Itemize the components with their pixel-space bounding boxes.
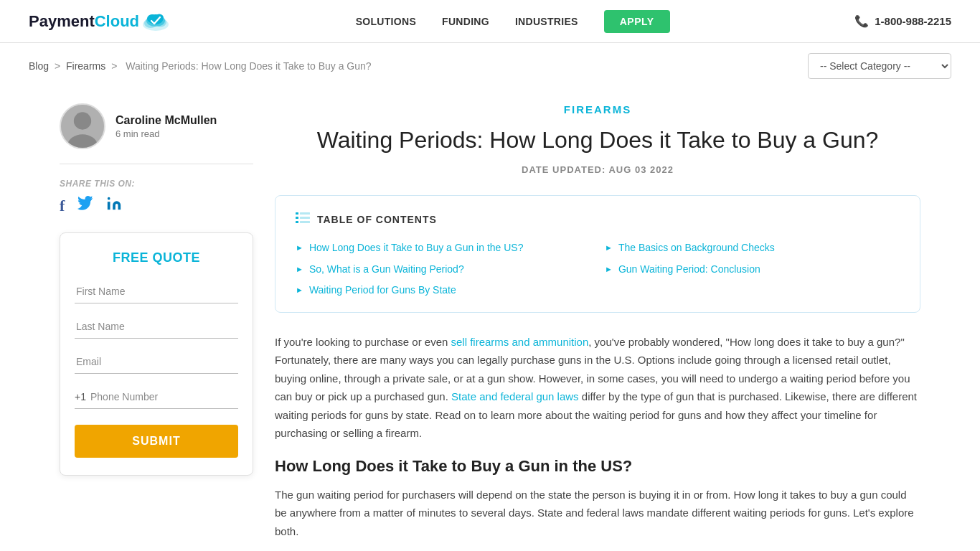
svg-rect-15 — [296, 221, 298, 223]
breadcrumb-current: Waiting Periods: How Long Does it Take t… — [126, 60, 371, 72]
toc-item-5[interactable]: ► Waiting Period for Guns By State — [296, 283, 590, 298]
breadcrumb-sep1: > — [55, 60, 63, 72]
toc-arrow-2: ► — [605, 242, 613, 253]
logo-payment-text: Payment — [29, 12, 95, 31]
email-input[interactable] — [75, 350, 238, 374]
toc-link-4[interactable]: Gun Waiting Period: Conclusion — [618, 263, 760, 277]
section-heading-1: How Long Does it Take to Buy a Gun in th… — [275, 457, 920, 476]
breadcrumb-bar: Blog > Firearms > Waiting Periods: How L… — [0, 43, 980, 89]
apply-button[interactable]: APPLY — [604, 10, 670, 33]
category-select[interactable]: -- Select Category -- Firearms Payments … — [808, 53, 951, 79]
toc-header: TABLE OF CONTENTS — [296, 210, 900, 228]
submit-button[interactable]: SUBMIT — [75, 425, 238, 458]
toc-arrow-4: ► — [605, 264, 613, 275]
phone-number: 1-800-988-2215 — [875, 15, 951, 27]
logo-cloud-icon — [141, 11, 171, 32]
sidebar: Caroline McMullen 6 min read SHARE THIS … — [60, 89, 275, 551]
last-name-input[interactable] — [75, 315, 238, 339]
toc-link-3[interactable]: So, What is a Gun Waiting Period? — [309, 263, 464, 277]
author-avatar — [60, 103, 105, 149]
share-linkedin[interactable] — [106, 196, 122, 215]
breadcrumb-firearms[interactable]: Firearms — [66, 60, 105, 72]
free-quote-form: FREE QUOTE +1 SUBMIT — [60, 232, 253, 476]
date-label: DATE UPDATED: — [522, 164, 606, 175]
toc-columns: ► How Long Does it Take to Buy a Gun in … — [296, 241, 900, 298]
toc-arrow-5: ► — [296, 285, 303, 296]
toc-link-2[interactable]: The Basics on Background Checks — [618, 241, 775, 255]
nav-industries[interactable]: INDUSTRIES — [515, 16, 578, 27]
nav-links: SOLUTIONS FUNDING INDUSTRIES APPLY — [356, 10, 670, 33]
navbar: Payment Cloud SOLUTIONS FUNDING INDUSTRI… — [0, 0, 980, 43]
share-facebook[interactable]: f — [60, 197, 65, 215]
phone-input[interactable] — [89, 385, 238, 408]
body-link-1[interactable]: sell firearms and ammunition — [451, 336, 589, 348]
body-para1-pre: If you're looking to purchase or even — [275, 336, 451, 348]
author-name: Caroline McMullen — [116, 114, 217, 127]
article: FIREARMS Waiting Periods: How Long Does … — [275, 89, 920, 551]
nav-phone: 📞 1-800-988-2215 — [854, 14, 951, 28]
toc-link-5[interactable]: Waiting Period for Guns By State — [309, 283, 456, 298]
share-section: SHARE THIS ON: f — [60, 179, 253, 215]
toc-item-3[interactable]: ► So, What is a Gun Waiting Period? — [296, 263, 590, 277]
share-twitter[interactable] — [77, 196, 93, 215]
content-wrapper: Caroline McMullen 6 min read SHARE THIS … — [31, 89, 949, 551]
svg-rect-12 — [300, 212, 310, 215]
phone-icon: 📞 — [854, 14, 869, 28]
toc-title: TABLE OF CONTENTS — [317, 214, 437, 225]
body-link-2[interactable]: State and federal gun laws — [451, 390, 579, 402]
body-paragraph-2: The gun waiting period for purchasers wi… — [275, 486, 920, 541]
toc-item-4[interactable]: ► Gun Waiting Period: Conclusion — [605, 263, 900, 277]
toc-box: TABLE OF CONTENTS ► How Long Does it Tak… — [275, 195, 920, 313]
svg-point-10 — [108, 197, 110, 200]
phone-row: +1 — [75, 385, 238, 409]
date-value: AUG 03 2022 — [608, 164, 674, 175]
toc-icon — [296, 210, 310, 228]
toc-arrow-1: ► — [296, 242, 303, 253]
form-title: FREE QUOTE — [75, 250, 238, 265]
toc-link-1[interactable]: How Long Does it Take to Buy a Gun in th… — [309, 241, 524, 255]
breadcrumb-blog[interactable]: Blog — [29, 60, 49, 72]
breadcrumb: Blog > Firearms > Waiting Periods: How L… — [29, 60, 374, 72]
article-date: DATE UPDATED: AUG 03 2022 — [275, 164, 920, 175]
nav-solutions[interactable]: SOLUTIONS — [356, 16, 416, 27]
svg-rect-13 — [296, 217, 298, 219]
toc-item-1[interactable]: ► How Long Does it Take to Buy a Gun in … — [296, 241, 590, 255]
first-name-input[interactable] — [75, 280, 238, 303]
body-paragraph-1: If you're looking to purchase or even se… — [275, 333, 920, 443]
author-info: Caroline McMullen 6 min read — [116, 114, 217, 139]
article-category: FIREARMS — [275, 103, 920, 116]
share-label: SHARE THIS ON: — [60, 179, 253, 189]
svg-rect-11 — [296, 212, 298, 215]
svg-rect-14 — [300, 217, 310, 219]
toc-item-2[interactable]: ► The Basics on Background Checks — [605, 241, 900, 255]
author-readtime: 6 min read — [116, 128, 217, 139]
logo[interactable]: Payment Cloud — [29, 11, 171, 32]
share-icons: f — [60, 196, 253, 215]
logo-cloud-text: Cloud — [95, 12, 139, 31]
toc-col2: ► The Basics on Background Checks ► Gun … — [605, 241, 900, 298]
phone-prefix: +1 — [75, 385, 86, 408]
author-section: Caroline McMullen 6 min read — [60, 103, 253, 164]
svg-rect-16 — [300, 221, 310, 223]
toc-arrow-3: ► — [296, 264, 303, 275]
article-title: Waiting Periods: How Long Does it Take t… — [275, 126, 920, 154]
toc-col1: ► How Long Does it Take to Buy a Gun in … — [296, 241, 590, 298]
nav-funding[interactable]: FUNDING — [442, 16, 489, 27]
svg-point-8 — [74, 112, 91, 129]
breadcrumb-sep2: > — [111, 60, 120, 72]
